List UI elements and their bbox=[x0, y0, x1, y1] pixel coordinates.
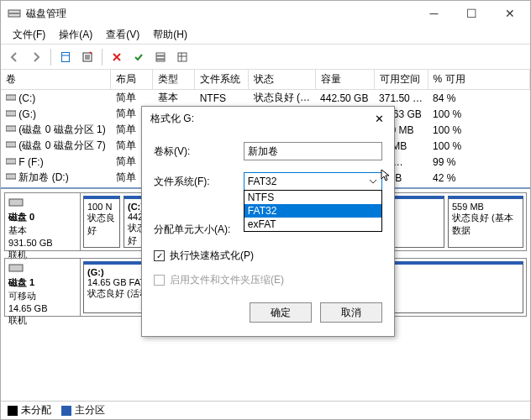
list-view-button[interactable] bbox=[150, 47, 171, 67]
svg-rect-8 bbox=[156, 53, 165, 55]
svg-rect-21 bbox=[9, 199, 23, 206]
volume-icon bbox=[6, 123, 18, 135]
menu-view[interactable]: 查看(V) bbox=[99, 26, 146, 44]
partition[interactable]: 559 MB状态良好 (基本数据 bbox=[448, 196, 523, 248]
disk-1-type: 可移动 bbox=[8, 290, 76, 302]
compression-label: 启用文件和文件夹压缩(E) bbox=[170, 273, 284, 287]
svg-rect-19 bbox=[6, 174, 16, 179]
filesystem-label: 文件系统(F): bbox=[154, 175, 244, 189]
col-free[interactable]: 可用空间 bbox=[374, 70, 428, 90]
disk-0-type: 基本 bbox=[8, 224, 76, 237]
quick-format-label: 执行快速格式化(P) bbox=[170, 249, 254, 263]
filesystem-combo[interactable]: FAT32 NTFS FAT32 exFAT bbox=[244, 172, 382, 191]
disk-0-size: 931.50 GB bbox=[8, 238, 76, 248]
svg-rect-22 bbox=[9, 265, 23, 271]
svg-rect-14 bbox=[6, 95, 16, 100]
svg-rect-15 bbox=[6, 111, 16, 116]
col-status[interactable]: 状态 bbox=[249, 70, 315, 90]
disk-0-name: 磁盘 0 bbox=[8, 211, 76, 223]
legend-primary: 主分区 bbox=[61, 403, 105, 417]
detail-view-button[interactable] bbox=[172, 47, 192, 67]
volume-icon bbox=[6, 108, 18, 120]
col-volume[interactable]: 卷 bbox=[1, 70, 111, 90]
maximize-button[interactable]: ☐ bbox=[453, 1, 491, 26]
refresh-button[interactable] bbox=[55, 47, 76, 67]
properties-button[interactable] bbox=[77, 47, 97, 67]
legend-unallocated: 未分配 bbox=[8, 403, 51, 417]
filesystem-value: FAT32 bbox=[248, 176, 276, 187]
col-layout[interactable]: 布局 bbox=[111, 70, 153, 90]
fs-option-fat32[interactable]: FAT32 bbox=[244, 204, 381, 218]
fs-option-ntfs[interactable]: NTFS bbox=[244, 191, 381, 204]
disk-1-size: 14.65 GB bbox=[8, 303, 76, 313]
forward-button[interactable] bbox=[26, 47, 46, 67]
allocation-label: 分配单元大小(A): bbox=[154, 223, 246, 237]
volume-icon bbox=[6, 171, 18, 183]
minimize-button[interactable]: ─ bbox=[415, 1, 453, 26]
menu-file[interactable]: 文件(F) bbox=[6, 26, 52, 44]
disk-icon bbox=[8, 262, 24, 274]
svg-rect-9 bbox=[156, 56, 165, 59]
volume-icon bbox=[6, 156, 18, 168]
svg-rect-17 bbox=[6, 142, 16, 147]
volume-icon bbox=[6, 92, 18, 104]
dialog-close-button[interactable]: ✕ bbox=[367, 109, 391, 128]
svg-rect-16 bbox=[6, 126, 16, 131]
fs-option-exfat[interactable]: exFAT bbox=[244, 218, 381, 231]
dialog-title: 格式化 G: bbox=[150, 112, 367, 126]
volume-label-input[interactable] bbox=[244, 142, 382, 160]
volume-icon bbox=[6, 139, 18, 151]
cancel-button[interactable]: 取消 bbox=[320, 302, 382, 323]
check-button[interactable] bbox=[129, 47, 149, 67]
close-button[interactable]: ✕ bbox=[491, 1, 528, 26]
menu-help[interactable]: 帮助(H) bbox=[146, 26, 194, 44]
col-capacity[interactable]: 容量 bbox=[315, 70, 374, 90]
col-filesystem[interactable]: 文件系统 bbox=[195, 70, 249, 90]
menu-action[interactable]: 操作(A) bbox=[52, 26, 99, 44]
app-icon bbox=[8, 7, 21, 20]
ok-button[interactable]: 确定 bbox=[250, 302, 312, 323]
svg-rect-18 bbox=[6, 159, 16, 164]
disk-1-name: 磁盘 1 bbox=[8, 276, 76, 289]
disk-icon bbox=[8, 197, 24, 208]
col-percent[interactable]: % 可用 bbox=[428, 70, 529, 90]
disk-1-status: 联机 bbox=[8, 314, 76, 327]
quick-format-checkbox[interactable]: ✓ bbox=[154, 250, 165, 261]
back-button[interactable] bbox=[4, 47, 24, 67]
delete-button[interactable] bbox=[107, 47, 127, 67]
partition[interactable]: 100 N状态良好 bbox=[83, 196, 120, 248]
col-type[interactable]: 类型 bbox=[153, 70, 195, 90]
compression-checkbox bbox=[154, 275, 165, 286]
svg-rect-1 bbox=[8, 13, 20, 14]
format-dialog: 格式化 G: ✕ 卷标(V): 文件系统(F): FAT32 NTFS FAT3… bbox=[141, 106, 395, 337]
volume-label-label: 卷标(V): bbox=[154, 144, 244, 159]
filesystem-dropdown: NTFS FAT32 exFAT bbox=[244, 190, 382, 232]
svg-rect-10 bbox=[156, 60, 165, 61]
window-title: 磁盘管理 bbox=[26, 7, 415, 21]
table-row[interactable]: (C:)简单基本NTFS状态良好 (…442.50 GB371.50 …84 % bbox=[1, 90, 530, 107]
svg-rect-11 bbox=[178, 53, 187, 61]
chevron-down-icon bbox=[366, 175, 380, 188]
svg-rect-2 bbox=[62, 52, 70, 61]
